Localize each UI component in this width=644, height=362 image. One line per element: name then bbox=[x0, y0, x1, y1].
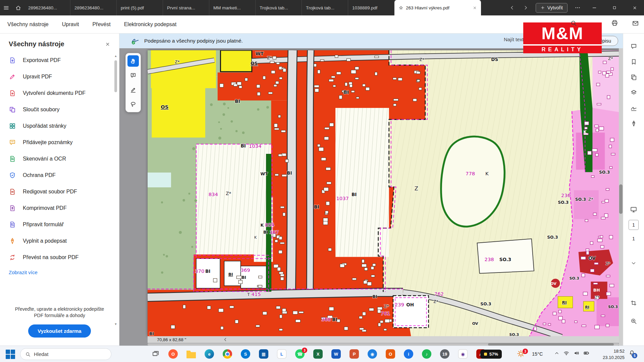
lasso-tool-button[interactable] bbox=[127, 99, 139, 110]
star-icon[interactable] bbox=[398, 5, 404, 10]
more-options-icon[interactable] bbox=[572, 2, 584, 14]
bookmark-rail-button[interactable] bbox=[630, 58, 637, 65]
page-number-box[interactable]: 1 bbox=[629, 220, 639, 230]
hand-tool-button[interactable] bbox=[127, 55, 139, 67]
tab-label: 1038889.pdf bbox=[352, 5, 390, 10]
tab[interactable]: MM marketi... bbox=[209, 0, 256, 15]
taskbar-app-store[interactable]: ▦ bbox=[258, 349, 269, 359]
hamburger-menu-icon[interactable] bbox=[0, 2, 12, 14]
tab-close-icon[interactable] bbox=[473, 6, 477, 10]
tab-scroll-left-icon[interactable] bbox=[506, 2, 518, 14]
tab-scroll-right-icon[interactable] bbox=[520, 2, 532, 14]
taskbar-app-browser-orange[interactable]: O bbox=[168, 349, 178, 359]
taskbar-app-whatsapp[interactable]: ☎3 bbox=[294, 349, 305, 359]
tab[interactable]: 2896236480... bbox=[70, 0, 117, 15]
pen-tool-button[interactable] bbox=[127, 84, 139, 96]
taskbar-app-chrome[interactable] bbox=[222, 349, 233, 359]
tool-item-fillsign[interactable]: Vyplnit a podepsat bbox=[0, 233, 119, 249]
tool-item-form[interactable]: Připravit formulář bbox=[0, 216, 119, 233]
tool-item-protect[interactable]: Ochrana PDF bbox=[0, 167, 119, 183]
weather-alert-icon[interactable]: 3 bbox=[517, 349, 527, 359]
horizontal-scrollbar[interactable] bbox=[148, 343, 619, 346]
taskbar-app-excel[interactable]: X bbox=[313, 349, 323, 359]
crop-icon[interactable] bbox=[630, 300, 637, 306]
maximize-button[interactable] bbox=[605, 0, 624, 15]
tab[interactable]: 2896236480... bbox=[24, 0, 70, 15]
signature-rail-button[interactable] bbox=[630, 105, 637, 112]
taskbar-app-powerpoint[interactable]: P bbox=[349, 349, 360, 359]
vertical-scrollbar[interactable] bbox=[619, 48, 623, 346]
create-button[interactable]: Vytvořit bbox=[536, 3, 568, 13]
tool-item-combine[interactable]: Sloučit soubory bbox=[0, 101, 119, 118]
menu-item-v-echny-n-stroje[interactable]: Všechny nástroje bbox=[7, 21, 49, 27]
menu-item-upravit[interactable]: Upravit bbox=[62, 21, 79, 27]
start-button[interactable] bbox=[5, 349, 15, 359]
close-panel-icon[interactable] bbox=[105, 42, 110, 47]
panel-scrollbar[interactable]: ▲ ▼ bbox=[113, 54, 118, 326]
taskbar-app-file-explorer[interactable] bbox=[186, 349, 197, 359]
home-icon[interactable] bbox=[12, 2, 24, 14]
comment-add-tool-button[interactable] bbox=[127, 70, 139, 81]
scroll-down-icon[interactable]: ▼ bbox=[114, 322, 117, 326]
next-page-icon[interactable] bbox=[631, 260, 637, 266]
mail-icon[interactable] bbox=[632, 20, 639, 27]
tab[interactable]: Trojková tab... bbox=[256, 0, 302, 15]
minimize-button[interactable] bbox=[585, 0, 604, 15]
vertical-scrollbar-thumb[interactable] bbox=[619, 184, 623, 214]
display-settings-icon[interactable] bbox=[630, 206, 637, 213]
map-label: BI bbox=[263, 230, 268, 235]
battery-icon[interactable] bbox=[583, 350, 590, 356]
taskbar-app-viewer-eye[interactable]: ◉ bbox=[458, 349, 468, 359]
tab[interactable]: 1038889.pdf bbox=[348, 0, 394, 15]
tool-item-convert[interactable]: Převést na soubor PDF bbox=[0, 249, 119, 265]
tool-item-comment[interactable]: Přidávejte poznámky bbox=[0, 134, 119, 150]
scroll-up-icon[interactable]: ▲ bbox=[114, 54, 117, 58]
scrollbar-thumb[interactable] bbox=[114, 60, 117, 92]
taskbar-app-info-app[interactable]: i bbox=[403, 349, 414, 359]
tab[interactable]: První strana... bbox=[163, 0, 209, 15]
tool-item-organize[interactable]: Uspořádat stránky bbox=[0, 118, 119, 134]
tool-item-scan[interactable]: Skenování a OCR bbox=[0, 150, 119, 167]
tab[interactable]: Trojková tab... bbox=[302, 0, 348, 15]
tab[interactable]: print (5).pdf bbox=[117, 0, 163, 15]
taskbar-app-skype[interactable]: S bbox=[240, 349, 251, 359]
menu-item-p-ev-st[interactable]: Převést bbox=[92, 21, 110, 27]
taskbar-app-word[interactable]: W bbox=[331, 349, 341, 359]
menu-item-elektronicky-podepsat[interactable]: Elektronicky podepsat bbox=[124, 21, 177, 27]
taskbar-search[interactable]: Hledat bbox=[20, 348, 111, 360]
tool-item-compress[interactable]: Komprimovat PDF bbox=[0, 200, 119, 216]
taskbar-app-docs-l[interactable]: L bbox=[276, 349, 287, 359]
pdf-page[interactable]: WTOSZ*Z*Z*DSZ*OSBIBIBI1034WTBI834Z*BI103… bbox=[148, 50, 619, 336]
fillsign-icon bbox=[9, 237, 17, 245]
tray-expand-icon[interactable] bbox=[554, 351, 559, 356]
tool-item-export-pdf[interactable]: Exportovat PDF bbox=[0, 52, 119, 68]
clock[interactable]: 18:52 23.10.2025 bbox=[594, 348, 625, 361]
tool-item-redact[interactable]: Redigovat soubor PDF bbox=[0, 183, 119, 200]
show-more-link[interactable]: Zobrazit více bbox=[0, 265, 119, 279]
close-window-button[interactable] bbox=[625, 0, 644, 15]
task-view-icon[interactable] bbox=[152, 350, 160, 358]
taskbar-app-camera-app[interactable]: ◉ bbox=[367, 349, 378, 359]
tab-active[interactable]: 263 Hlavní výkres.pdf bbox=[394, 0, 481, 15]
collapse-status-icon[interactable] bbox=[223, 337, 228, 342]
tool-item-create-pdf[interactable]: Vytvoření dokumentu PDF bbox=[0, 85, 119, 101]
chat-icon bbox=[630, 43, 637, 50]
fillsign-rail-button[interactable] bbox=[630, 120, 637, 127]
taskbar-app-edge[interactable]: e bbox=[204, 349, 215, 359]
layers-rail-button[interactable] bbox=[630, 89, 637, 96]
taskbar-app-office-365[interactable]: O bbox=[385, 349, 396, 359]
chat-rail-button[interactable] bbox=[630, 43, 637, 50]
taskbar-app-counter-app[interactable]: 19 bbox=[439, 349, 450, 359]
volume-icon[interactable] bbox=[573, 350, 580, 356]
copy-rail-button[interactable] bbox=[630, 74, 637, 81]
tool-item-edit-pdf[interactable]: Upravit PDF bbox=[0, 68, 119, 85]
try-free-button[interactable]: Vyzkoušet zdarma bbox=[28, 324, 91, 338]
printer-icon[interactable] bbox=[611, 19, 618, 26]
notification-center[interactable]: 5 bbox=[629, 350, 635, 356]
wifi-icon[interactable] bbox=[563, 350, 570, 356]
taskbar-app-spotify[interactable]: ♪ bbox=[421, 349, 432, 359]
battery-widget[interactable]: 57% bbox=[480, 350, 502, 359]
zoom-in-icon[interactable] bbox=[630, 318, 637, 324]
horizontal-scrollbar-thumb[interactable] bbox=[488, 343, 614, 346]
search-icon[interactable] bbox=[570, 20, 577, 26]
